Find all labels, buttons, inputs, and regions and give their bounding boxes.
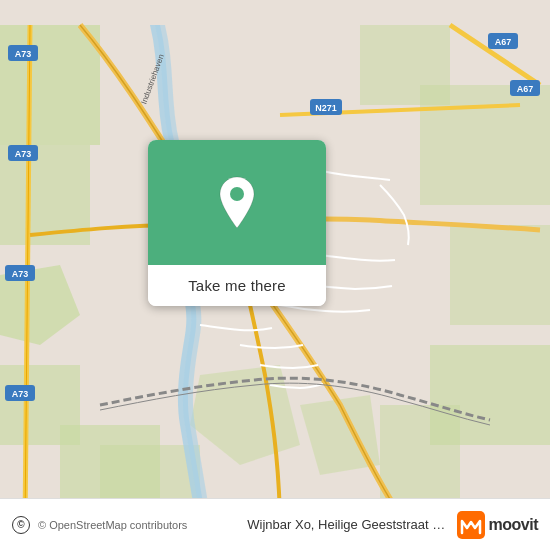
take-me-there-button[interactable]: Take me there	[148, 265, 326, 306]
svg-text:A67: A67	[495, 37, 512, 47]
moovit-icon	[457, 511, 485, 539]
svg-text:A73: A73	[15, 149, 32, 159]
bottom-bar: © © OpenStreetMap contributors Wijnbar X…	[0, 498, 550, 550]
svg-text:A67: A67	[517, 84, 534, 94]
svg-rect-8	[450, 225, 550, 325]
svg-text:A73: A73	[12, 389, 29, 399]
moovit-text: moovit	[489, 516, 538, 534]
attribution-text: © OpenStreetMap contributors	[38, 519, 239, 531]
moovit-logo: moovit	[457, 511, 538, 539]
svg-text:A73: A73	[15, 49, 32, 59]
svg-rect-1	[0, 25, 100, 145]
svg-text:A73: A73	[12, 269, 29, 279]
location-card: Take me there	[148, 140, 326, 306]
address-text: Wijnbar Xo, Heilige Geeststraat 24, Neth…	[247, 517, 448, 532]
svg-rect-10	[380, 405, 460, 505]
svg-point-31	[230, 187, 244, 201]
svg-rect-7	[420, 85, 550, 205]
osm-icon: ©	[17, 519, 24, 530]
svg-text:N271: N271	[315, 103, 337, 113]
card-map-preview	[148, 140, 326, 265]
map-container: A73 A73 A73 A73 N271 A67 A67	[0, 0, 550, 550]
osm-logo: ©	[12, 516, 30, 534]
location-pin-icon	[215, 175, 259, 230]
